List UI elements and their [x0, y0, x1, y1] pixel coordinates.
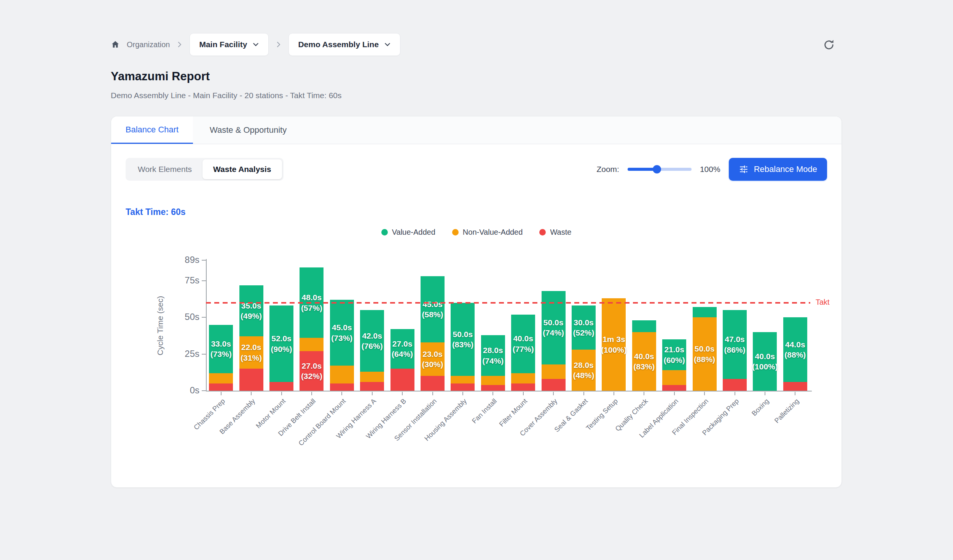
bar-segment-label: 50.0s(74%) — [543, 317, 564, 338]
bar-segment-label: 42.0s(76%) — [362, 331, 383, 352]
bar-segment-va: 30.0s(52%) — [572, 305, 596, 350]
y-tick-label: 89s — [157, 255, 199, 265]
bar-segment-label: 27.0s(64%) — [392, 339, 413, 360]
x-tick-mark — [462, 392, 463, 395]
bar-segment-waste — [209, 383, 233, 391]
bar-segment-va: 45.0s(58%) — [421, 276, 445, 342]
tab-waste-opportunity[interactable]: Waste & Opportunity — [193, 116, 303, 144]
bar-segment-waste — [481, 385, 505, 391]
bar-segment-waste — [511, 383, 535, 391]
x-tick-mark — [341, 392, 342, 395]
zoom-value: 100% — [700, 165, 720, 174]
zoom-slider-thumb[interactable] — [653, 165, 661, 173]
station-bar[interactable]: 45.0s(58%)23.0s(30%) — [421, 276, 445, 391]
legend-swatch-nva — [452, 229, 459, 235]
page-subtitle: Demo Assembly Line - Main Facility - 20 … — [111, 91, 342, 100]
legend-item-waste[interactable]: Waste — [539, 228, 571, 237]
legend-item-nva[interactable]: Non-Value-Added — [452, 228, 523, 237]
chevron-right-icon — [276, 41, 282, 48]
bar-segment-nva: 50.0s(88%) — [693, 317, 717, 391]
station-bar[interactable]: 42.0s(76%) — [360, 310, 384, 391]
bar-segment-label: 30.0s(52%) — [573, 317, 594, 338]
legend-swatch-waste — [539, 229, 546, 235]
x-tick-mark — [795, 392, 795, 395]
station-bar[interactable]: 50.0s(88%) — [693, 307, 717, 391]
bar-segment-label: 23.0s(30%) — [422, 349, 443, 370]
zoom-slider[interactable] — [628, 165, 692, 174]
station-label: Fan Install — [471, 397, 499, 425]
bar-segment-nva — [481, 376, 505, 385]
y-tick-label: 0s — [157, 385, 199, 396]
station-bar[interactable]: 28.0s(74%) — [481, 335, 505, 391]
y-tick-mark — [202, 280, 206, 281]
breadcrumb: Organization Main Facility Demo Assembly… — [111, 33, 400, 56]
toggle-waste-analysis[interactable]: Waste Analysis — [202, 159, 282, 179]
y-tick-label: 25s — [157, 348, 199, 359]
station-bar[interactable]: 40.0s(83%) — [632, 320, 656, 391]
bar-segment-nva — [300, 338, 324, 351]
bar-segment-nva — [330, 366, 354, 383]
station-bar[interactable]: 1m 3s(100%) — [602, 298, 626, 391]
station-bar[interactable]: 47.0s(86%) — [723, 310, 747, 391]
bar-segment-label: 40.0s(77%) — [513, 333, 534, 354]
station-bar[interactable]: 50.0s(83%) — [451, 303, 475, 391]
station-bar[interactable]: 48.0s(57%)27.0s(32%) — [300, 267, 324, 391]
takt-label: Takt — [816, 298, 830, 307]
bar-segment-label: 45.0s(73%) — [331, 322, 352, 343]
line-dropdown-label: Demo Assembly Line — [298, 40, 379, 49]
legend-swatch-va — [381, 229, 388, 235]
legend-item-va[interactable]: Value-Added — [381, 228, 435, 237]
x-tick-mark — [281, 392, 282, 395]
bar-segment-waste — [239, 369, 263, 391]
zoom-label: Zoom: — [596, 165, 619, 174]
station-bar[interactable]: 52.0s(90%) — [269, 305, 293, 391]
station-bar[interactable]: 45.0s(73%) — [330, 300, 354, 391]
station-bar[interactable]: 21.0s(60%) — [662, 339, 686, 391]
bar-segment-waste: 27.0s(32%) — [300, 351, 324, 391]
station-bar[interactable]: 35.0s(49%)22.0s(31%) — [239, 285, 263, 391]
legend-label-nva: Non-Value-Added — [463, 228, 523, 237]
tab-balance-chart[interactable]: Balance Chart — [111, 116, 193, 144]
station-bar[interactable]: 40.0s(77%) — [511, 315, 535, 391]
x-tick-mark — [221, 392, 222, 395]
line-dropdown[interactable]: Demo Assembly Line — [288, 33, 400, 56]
bar-segment-label: 52.0s(90%) — [271, 333, 292, 354]
station-label: Filter Mount — [497, 397, 529, 428]
x-tick-mark — [372, 392, 373, 395]
home-icon[interactable] — [111, 40, 120, 49]
bar-segment-va: 35.0s(49%) — [239, 285, 263, 337]
bar-segment-waste — [723, 379, 747, 391]
x-axis-line — [206, 391, 812, 391]
facility-dropdown[interactable]: Main Facility — [190, 33, 269, 56]
bar-segment-nva: 28.0s(48%) — [572, 350, 596, 391]
station-bar[interactable]: 33.0s(73%) — [209, 325, 233, 391]
bar-segment-va: 50.0s(83%) — [451, 303, 475, 376]
x-tick-mark — [583, 392, 584, 395]
station-bar[interactable]: 30.0s(52%)28.0s(48%) — [572, 305, 596, 391]
station-bar[interactable]: 44.0s(88%) — [783, 317, 807, 391]
bar-segment-va: 47.0s(86%) — [723, 310, 747, 379]
x-tick-mark — [251, 392, 252, 395]
toggle-work-elements[interactable]: Work Elements — [127, 159, 202, 179]
x-tick-mark — [644, 392, 644, 395]
y-tick-mark — [202, 260, 206, 261]
breadcrumb-organization[interactable]: Organization — [127, 40, 170, 49]
bar-segment-nva: 23.0s(30%) — [421, 342, 445, 376]
refresh-icon — [822, 38, 835, 51]
refresh-button[interactable] — [821, 37, 837, 53]
station-bar[interactable]: 27.0s(64%) — [390, 329, 414, 391]
tab-bar: Balance Chart Waste & Opportunity — [111, 116, 841, 144]
station-bar[interactable]: 50.0s(74%) — [542, 291, 566, 391]
bar-segment-va: 44.0s(88%) — [783, 317, 807, 382]
bar-segment-va: 21.0s(60%) — [662, 339, 686, 370]
bar-segment-waste — [662, 385, 686, 391]
bar-segment-va: 40.0s(77%) — [511, 315, 535, 373]
bar-segment-label: 35.0s(49%) — [241, 301, 262, 321]
x-tick-mark — [402, 392, 403, 395]
chart-legend: Value-AddedNon-Value-AddedWaste — [111, 228, 841, 237]
station-label: Boxing — [750, 397, 771, 418]
rebalance-mode-button[interactable]: Rebalance Mode — [729, 158, 827, 181]
bar-segment-nva — [662, 370, 686, 385]
legend-label-va: Value-Added — [392, 228, 435, 237]
station-bar[interactable]: 40.0s(100%) — [753, 332, 777, 391]
